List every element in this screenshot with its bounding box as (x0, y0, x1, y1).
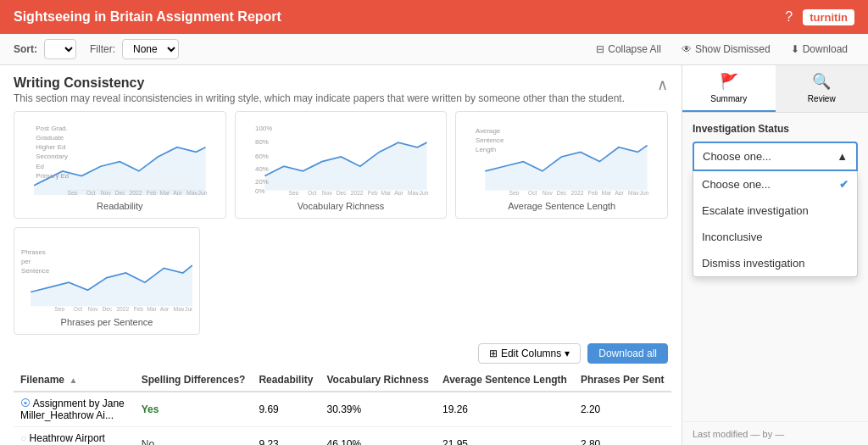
row2-radio[interactable]: ○ (20, 432, 26, 444)
svg-text:Jun: Jun (198, 190, 208, 195)
section-text: Writing Consistency This section may rev… (14, 75, 625, 104)
option-escalate-label: Escalate investigation (702, 204, 809, 217)
svg-text:Jun: Jun (185, 306, 192, 311)
sort-label: Sort: (14, 43, 37, 55)
row2-phrases: 2.80 (574, 427, 671, 446)
svg-text:60%: 60% (255, 153, 269, 160)
table-row[interactable]: ⦿ Assignment by Jane Miller_Heathrow Ai.… (14, 392, 671, 427)
download-icon: ⬇ (791, 43, 799, 55)
filter-select[interactable]: None (122, 39, 179, 59)
filename-column-header[interactable]: Filename ▲ (14, 369, 135, 392)
svg-text:Nov: Nov (88, 306, 99, 311)
svg-text:20%: 20% (255, 178, 269, 186)
svg-text:Nov: Nov (542, 190, 554, 195)
tab-review[interactable]: 🔍 Review (776, 65, 869, 112)
table-row[interactable]: ○ Heathrow Airport History_hyperlinks.do… (14, 427, 671, 446)
row1-avg-sentence: 19.26 (436, 392, 574, 427)
sidebar-tabs: 🚩 Summary 🔍 Review (682, 65, 868, 113)
svg-text:Feb: Feb (133, 306, 143, 311)
svg-text:Sep: Sep (54, 306, 64, 311)
readability-label: Readability (21, 201, 219, 211)
svg-text:May: May (186, 190, 198, 195)
svg-text:Nov: Nov (321, 190, 332, 195)
phrases-per-sentence-chart: Phrases per Sentence Sep Oct Nov Dec 202… (14, 227, 200, 335)
svg-text:Apr: Apr (173, 190, 182, 195)
svg-text:Higher Ed: Higher Ed (36, 143, 65, 151)
row2-vocabulary: 46.10% (320, 427, 436, 446)
svg-text:0%: 0% (255, 187, 264, 195)
header: Sightseeing in Britain Assignment Report… (0, 0, 868, 34)
svg-text:Length: Length (476, 146, 496, 153)
vocabulary-column-header[interactable]: Vocabulary Richness (320, 369, 436, 392)
tab-summary[interactable]: 🚩 Summary (682, 65, 776, 112)
chevron-down-icon: ▾ (565, 348, 570, 359)
collapse-all-button[interactable]: ⊟ Collapse All (589, 40, 668, 58)
download-all-button[interactable]: Download all (587, 343, 668, 364)
row2-avg-sentence: 21.95 (436, 427, 574, 446)
svg-text:May: May (628, 190, 639, 195)
edit-columns-icon: ⊞ (489, 348, 498, 359)
flag-icon: 🚩 (720, 72, 738, 91)
readability-column-header[interactable]: Readability (252, 369, 320, 392)
svg-text:Oct: Oct (86, 190, 96, 195)
last-modified: Last modified — by — (682, 421, 868, 445)
svg-text:Dec: Dec (336, 190, 347, 195)
help-button[interactable]: ? (782, 6, 796, 28)
svg-text:Feb: Feb (588, 190, 598, 195)
download-button[interactable]: ⬇ Download (784, 40, 854, 58)
summary-tab-label: Summary (710, 94, 747, 103)
status-dropdown-menu: Choose one... ✔ Escalate investigation I… (693, 171, 858, 277)
toolbar: Sort: Filter: None ⊟ Collapse All 👁 Show… (0, 34, 868, 65)
option-inconclusive-label: Inconclusive (702, 231, 763, 243)
sidebar-content: Investigation Status Choose one... ▲ Cho… (682, 113, 868, 421)
filter-label: Filter: (90, 43, 115, 55)
svg-text:Sentence: Sentence (476, 136, 504, 144)
review-tab-label: Review (808, 94, 836, 103)
option-inconclusive[interactable]: Inconclusive (693, 224, 857, 250)
row2-filename: ○ Heathrow Airport History_hyperlinks.do… (14, 427, 135, 446)
svg-text:100%: 100% (255, 125, 272, 132)
svg-text:Sep: Sep (67, 190, 77, 195)
svg-text:May: May (174, 306, 185, 311)
row2-readability: 9.23 (252, 427, 320, 446)
header-actions: ? turnitin (782, 6, 854, 28)
readability-chart: Post Grad. Graduate Higher Ed Secondary … (14, 111, 226, 219)
svg-text:2022: 2022 (130, 190, 142, 195)
svg-text:Mar: Mar (381, 190, 391, 195)
sort-select[interactable] (44, 39, 76, 59)
svg-text:80%: 80% (255, 138, 269, 146)
svg-text:Secondary: Secondary (36, 153, 68, 160)
svg-text:Post Grad.: Post Grad. (36, 125, 68, 132)
status-dropdown-button[interactable]: Choose one... ▲ (693, 142, 858, 171)
phrases-per-sentence-label: Phrases per Sentence (21, 317, 192, 327)
spelling-column-header[interactable]: Spelling Differences? (135, 369, 253, 392)
avg-sentence-column-header[interactable]: Average Sentence Length (436, 369, 574, 392)
row1-radio[interactable]: ⦿ (20, 398, 31, 409)
investigation-status-title: Investigation Status (693, 123, 858, 135)
option-escalate[interactable]: Escalate investigation (693, 197, 857, 224)
collapse-icon: ⊟ (596, 43, 604, 55)
svg-text:Primary Ed: Primary Ed (36, 172, 69, 180)
chevron-up-icon: ▲ (837, 150, 848, 163)
collapse-section-button[interactable]: ∧ (657, 75, 668, 94)
svg-text:Mar: Mar (602, 190, 612, 195)
edit-columns-button[interactable]: ⊞ Edit Columns ▾ (478, 343, 581, 364)
toolbar-right: ⊟ Collapse All 👁 Show Dismissed ⬇ Downlo… (589, 40, 854, 58)
svg-text:Average: Average (476, 127, 501, 135)
svg-text:Oct: Oct (528, 190, 537, 195)
status-dropdown-wrapper: Choose one... ▲ Choose one... ✔ Escalate… (693, 142, 858, 171)
row1-vocabulary: 30.39% (320, 392, 436, 427)
row1-phrases: 2.20 (574, 392, 671, 427)
show-dismissed-button[interactable]: 👁 Show Dismissed (675, 40, 777, 58)
section-title: Writing Consistency (14, 75, 625, 91)
review-icon: 🔍 (812, 72, 831, 91)
svg-text:2022: 2022 (571, 190, 584, 195)
option-dismiss[interactable]: Dismiss investigation (693, 250, 857, 276)
svg-text:Sep: Sep (509, 190, 520, 195)
vocabulary-richness-chart: 100% 80% 60% 40% 20% 0% Sep Oct Nov Dec … (235, 111, 448, 219)
option-choose-one[interactable]: Choose one... ✔ (693, 171, 857, 197)
svg-text:Dec: Dec (102, 306, 113, 311)
svg-text:Apr: Apr (160, 306, 170, 311)
phrases-column-header[interactable]: Phrases Per Sent (574, 369, 671, 392)
svg-text:Oct: Oct (74, 306, 83, 311)
